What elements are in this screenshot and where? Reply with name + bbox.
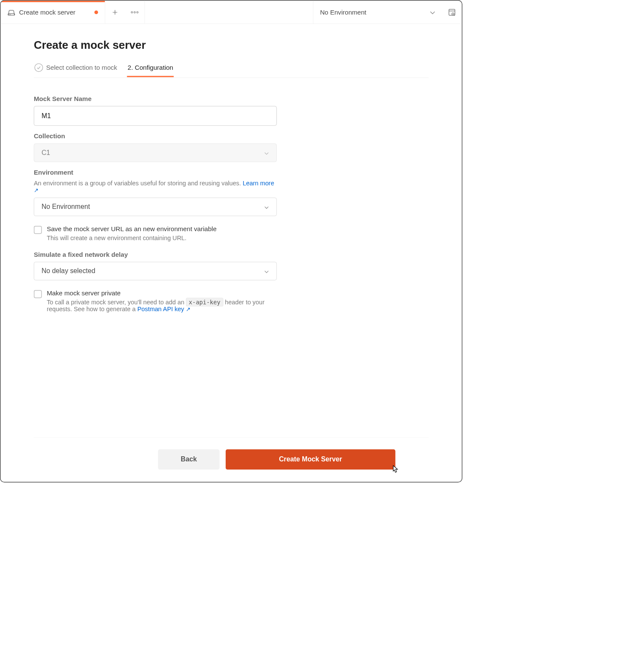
wizard-steps: Select collection to mock 2. Configurati… xyxy=(34,59,429,78)
step-configuration[interactable]: 2. Configuration xyxy=(127,59,174,77)
api-key-code: x-api-key xyxy=(186,298,223,306)
step-select-collection[interactable]: Select collection to mock xyxy=(34,59,118,77)
collection-label: Collection xyxy=(34,132,277,140)
ellipsis-icon xyxy=(131,11,139,13)
tab-actions xyxy=(105,0,145,24)
network-delay-select[interactable]: No delay selected xyxy=(34,262,277,280)
private-row: Make mock server private To call a priva… xyxy=(34,289,277,313)
svg-point-7 xyxy=(137,12,138,13)
environment-select[interactable]: No Environment xyxy=(34,198,277,216)
create-mock-server-button[interactable]: Create Mock Server xyxy=(226,449,395,470)
chevron-down-icon xyxy=(264,267,269,275)
environment-help: An environment is a group of variables u… xyxy=(34,180,277,194)
environment-label: Environment xyxy=(34,169,277,176)
wizard-footer: Back Create Mock Server xyxy=(34,437,429,482)
save-url-row: Save the mock server URL as an new envir… xyxy=(34,225,277,241)
svg-point-5 xyxy=(131,12,133,13)
environment-quicklook-icon xyxy=(448,8,456,16)
back-button[interactable]: Back xyxy=(158,449,220,470)
tab-label: Create mock server xyxy=(19,9,76,16)
collection-value: C1 xyxy=(42,149,50,157)
mock-server-name-input[interactable] xyxy=(34,106,277,126)
environment-value: No Environment xyxy=(42,203,90,211)
chevron-down-icon xyxy=(430,9,435,16)
save-url-desc: This will create a new environment conta… xyxy=(47,235,217,242)
config-form: Mock Server Name Collection C1 Environme… xyxy=(34,78,277,313)
network-delay-value: No delay selected xyxy=(42,267,95,275)
plus-icon xyxy=(112,9,119,15)
environment-quicklook-button[interactable] xyxy=(442,0,462,24)
save-url-label: Save the mock server URL as an new envir… xyxy=(47,225,217,232)
svg-rect-0 xyxy=(8,13,15,15)
chevron-down-icon xyxy=(264,149,269,157)
tab-create-mock-server[interactable]: Create mock server xyxy=(0,0,105,24)
step-label: Select collection to mock xyxy=(46,64,117,71)
private-checkbox[interactable] xyxy=(34,290,42,298)
content-area: Create a mock server Select collection t… xyxy=(0,24,462,482)
environment-picker-label: No Environment xyxy=(320,9,418,16)
check-circle-icon xyxy=(34,63,43,72)
save-url-checkbox[interactable] xyxy=(34,226,42,234)
collection-select: C1 xyxy=(34,143,277,162)
network-delay-label: Simulate a fixed network delay xyxy=(34,251,277,258)
app-window: Create mock server No Environment xyxy=(0,0,462,482)
private-label: Make mock server private xyxy=(47,289,277,297)
postman-api-key-link[interactable]: Postman API key xyxy=(137,306,191,312)
new-tab-button[interactable] xyxy=(105,0,125,24)
svg-point-6 xyxy=(134,12,136,13)
svg-point-10 xyxy=(452,13,454,15)
mock-server-name-label: Mock Server Name xyxy=(34,95,277,102)
tab-strip: Create mock server No Environment xyxy=(0,0,462,24)
page-title: Create a mock server xyxy=(34,39,429,51)
server-icon xyxy=(7,9,15,15)
chevron-down-icon xyxy=(264,203,269,211)
step-label: 2. Configuration xyxy=(128,64,173,71)
environment-picker[interactable]: No Environment xyxy=(313,0,442,24)
private-desc: To call a private mock server, you'll ne… xyxy=(47,299,277,313)
unsaved-dot-icon xyxy=(94,10,98,14)
tab-overflow-button[interactable] xyxy=(125,0,145,24)
